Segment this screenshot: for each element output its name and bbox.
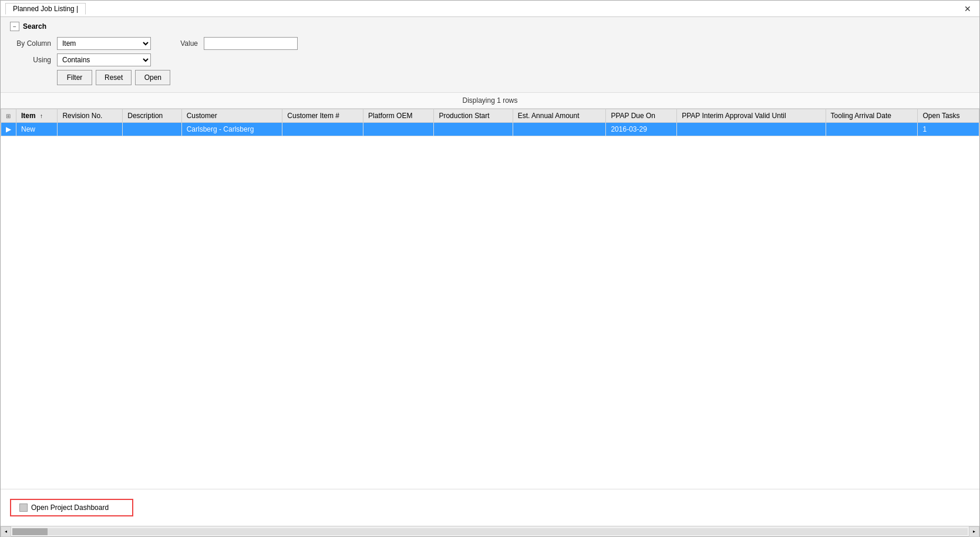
main-window: Planned Job Listing | ✕ − Search By Colu…	[0, 0, 980, 537]
data-table: ⊞ Item ↑ Revision No. Description Custom…	[1, 109, 979, 136]
by-column-row: By Column Item Revision No. Description …	[10, 37, 970, 50]
title-tab[interactable]: Planned Job Listing |	[5, 3, 86, 15]
scroll-left-arrow[interactable]: ◂	[1, 526, 11, 537]
cell-revision	[58, 123, 123, 136]
cell-customer: Carlsberg - Carlsberg	[181, 123, 282, 136]
th-open-tasks-label: Open Tasks	[922, 112, 959, 120]
th-customer-item[interactable]: Customer Item #	[282, 109, 363, 123]
filter-button[interactable]: Filter	[57, 70, 92, 85]
grid-icon: ⊞	[6, 113, 11, 119]
button-row: Filter Reset Open	[57, 70, 970, 85]
th-production-start-label: Production Start	[439, 112, 489, 120]
bottom-area: Open Project Dashboard	[1, 489, 979, 526]
title-bar: Planned Job Listing | ✕	[1, 1, 979, 17]
th-est-annual[interactable]: Est. Annual Amount	[513, 109, 606, 123]
th-open-tasks[interactable]: Open Tasks	[918, 109, 979, 123]
search-panel: − Search By Column Item Revision No. Des…	[1, 17, 979, 93]
th-ppap-due[interactable]: PPAP Due On	[606, 109, 677, 123]
th-ppap-interim[interactable]: PPAP Interim Approval Valid Until	[677, 109, 826, 123]
sort-icon: ↑	[40, 113, 43, 119]
th-production-start[interactable]: Production Start	[434, 109, 513, 123]
reset-button[interactable]: Reset	[96, 70, 132, 85]
display-info: Displaying 1 rows	[1, 93, 979, 109]
th-item-label: Item	[21, 112, 36, 120]
scrollbar-thumb[interactable]	[12, 528, 48, 535]
value-input[interactable]	[204, 37, 298, 50]
by-column-label: By Column	[10, 39, 51, 48]
th-platform-oem[interactable]: Platform OEM	[363, 109, 434, 123]
table-row[interactable]: ▶NewCarlsberg - Carlsberg2016-03-291	[1, 123, 979, 136]
open-dashboard-button[interactable]: Open Project Dashboard	[10, 499, 133, 516]
th-ppap-due-label: PPAP Due On	[611, 112, 655, 120]
collapse-button[interactable]: −	[10, 22, 19, 31]
close-button[interactable]: ✕	[961, 3, 975, 15]
open-dashboard-label: Open Project Dashboard	[31, 504, 109, 512]
using-row: Using Contains Equals Starts With Ends W…	[10, 53, 970, 66]
table-header-row: ⊞ Item ↑ Revision No. Description Custom…	[1, 109, 979, 123]
table-area: Displaying 1 rows ⊞ Item ↑ Revision No.	[1, 93, 979, 489]
window-title: Planned Job Listing	[13, 5, 75, 13]
th-description[interactable]: Description	[123, 109, 181, 123]
by-column-select[interactable]: Item Revision No. Description Customer C…	[57, 37, 151, 50]
cell-open_tasks: 1	[918, 123, 979, 136]
cell-item: New	[16, 123, 58, 136]
open-button[interactable]: Open	[135, 70, 170, 85]
using-label: Using	[10, 56, 51, 64]
using-select[interactable]: Contains Equals Starts With Ends With	[57, 53, 151, 66]
scroll-right-arrow[interactable]: ▸	[969, 526, 979, 537]
th-customer-item-label: Customer Item #	[287, 112, 339, 120]
th-customer[interactable]: Customer	[181, 109, 282, 123]
th-revision-label: Revision No.	[62, 112, 102, 120]
th-ppap-interim-label: PPAP Interim Approval Valid Until	[682, 112, 786, 120]
th-est-annual-label: Est. Annual Amount	[518, 112, 580, 120]
cell-ppap_interim	[677, 123, 826, 136]
th-customer-label: Customer	[187, 112, 217, 120]
horizontal-scrollbar[interactable]: ◂ ▸	[1, 526, 979, 536]
cell-description	[123, 123, 181, 136]
th-description-label: Description	[127, 112, 163, 120]
th-platform-oem-label: Platform OEM	[368, 112, 412, 120]
dashboard-icon	[19, 504, 28, 512]
cell-est_annual	[513, 123, 606, 136]
th-revision[interactable]: Revision No.	[58, 109, 123, 123]
th-tooling-arrival[interactable]: Tooling Arrival Date	[826, 109, 918, 123]
th-item[interactable]: Item ↑	[16, 109, 58, 123]
cell-production_start	[434, 123, 513, 136]
table-body: ▶NewCarlsberg - Carlsberg2016-03-291	[1, 123, 979, 136]
search-header: − Search	[10, 22, 970, 31]
scrollbar-track[interactable]	[12, 528, 968, 535]
search-title: Search	[23, 22, 46, 31]
th-icon: ⊞	[1, 109, 16, 123]
cell-customer_item	[282, 123, 363, 136]
cell-arrow: ▶	[1, 123, 16, 136]
title-separator: |	[76, 5, 78, 13]
value-label: Value	[157, 39, 198, 48]
cell-ppap_due: 2016-03-29	[606, 123, 677, 136]
cell-tooling_arrival	[826, 123, 918, 136]
th-tooling-arrival-label: Tooling Arrival Date	[831, 112, 891, 120]
cell-platform_oem	[363, 123, 434, 136]
title-bar-left: Planned Job Listing |	[5, 3, 86, 15]
